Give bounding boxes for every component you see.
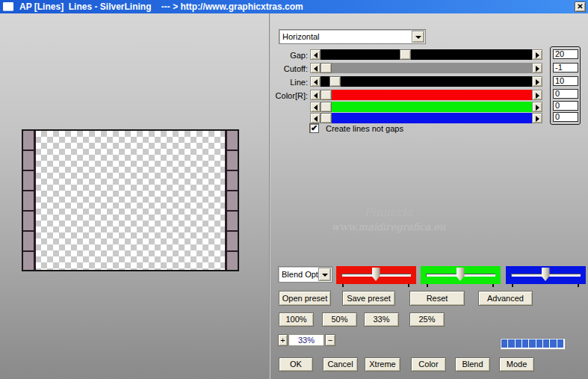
- progress-segment: [522, 339, 528, 348]
- line-slider-thumb[interactable]: [329, 76, 341, 87]
- mode-select-drop-button[interactable]: [412, 31, 424, 43]
- arrow-left-icon: [314, 66, 318, 72]
- slider-label-line: Line:: [272, 77, 308, 87]
- color-button[interactable]: Color: [411, 357, 446, 372]
- arrow-right-icon: [536, 66, 539, 72]
- color-g-increase-button[interactable]: [532, 102, 542, 112]
- color-b-decrease-button[interactable]: [310, 113, 321, 123]
- preview-left-line-bar: [23, 131, 36, 270]
- blend-options-drop-button[interactable]: [318, 268, 331, 281]
- color-b-increase-button[interactable]: [532, 113, 542, 123]
- create-lines-checkbox[interactable]: ✔: [309, 123, 319, 133]
- blue-channel-pointer[interactable]: [542, 268, 550, 281]
- preview-right-line-bar: [225, 131, 238, 270]
- progress-bar: [499, 337, 566, 350]
- mode-select-value: Horizontal: [282, 31, 412, 43]
- gap-value-field[interactable]: 20: [553, 49, 578, 59]
- gap-decrease-button[interactable]: [310, 49, 321, 60]
- arrow-right-icon: [536, 105, 539, 111]
- open-preset-button[interactable]: Open preset: [279, 291, 331, 306]
- close-icon: ✕: [577, 2, 583, 10]
- watermark-name: Pinuccia: [329, 206, 448, 219]
- red-channel-slider[interactable]: [336, 266, 416, 284]
- color-g-value-field[interactable]: 0: [553, 101, 578, 111]
- zoom-33-button[interactable]: 33%: [364, 312, 399, 327]
- line-decrease-button[interactable]: [310, 76, 321, 87]
- progress-segment: [508, 339, 514, 348]
- progress-segment: [557, 339, 563, 348]
- progress-segment: [529, 339, 535, 348]
- tick-mark: [342, 284, 344, 287]
- color-g-slider[interactable]: [321, 102, 532, 112]
- arrow-right-icon: [536, 116, 539, 122]
- create-lines-checkbox-label: Create lines not gaps: [326, 124, 403, 133]
- arrow-right-icon: [536, 93, 539, 99]
- zoom-level-display: 33%: [288, 334, 324, 346]
- slider-label-gap: Gap:: [272, 50, 308, 61]
- tick-mark: [512, 284, 513, 287]
- arrow-right-icon: [536, 79, 539, 85]
- ok-button[interactable]: OK: [279, 357, 313, 372]
- zoom-25-button[interactable]: 25%: [409, 312, 445, 327]
- line-value-field[interactable]: 10: [553, 76, 578, 86]
- mode-select[interactable]: Horizontal: [279, 29, 426, 44]
- panel-divider: [269, 13, 270, 379]
- progress-segment: [536, 339, 542, 348]
- chevron-down-icon: [415, 36, 421, 39]
- cutoff-slider-thumb[interactable]: [321, 63, 332, 73]
- blend-options-select[interactable]: Blend Opti: [278, 266, 332, 283]
- advanced-button[interactable]: Advanced: [478, 291, 533, 306]
- blue-channel-slider[interactable]: [506, 266, 586, 284]
- line-slider[interactable]: [321, 76, 532, 87]
- window-title: AP [Lines] Lines - SilverLining --- > ht…: [19, 1, 303, 12]
- gap-slider-thumb[interactable]: [400, 49, 411, 60]
- blend-options-value: Blend Opti: [282, 268, 318, 282]
- close-button[interactable]: ✕: [575, 1, 586, 12]
- preview-canvas[interactable]: [22, 129, 239, 271]
- tick-mark: [427, 284, 428, 287]
- red-channel-pointer[interactable]: [372, 268, 380, 281]
- color-b-slider-thumb[interactable]: [321, 113, 332, 123]
- cutoff-increase-button[interactable]: [532, 63, 542, 73]
- mode-button[interactable]: Mode: [499, 357, 534, 372]
- color-b-value-field[interactable]: 0: [553, 112, 578, 122]
- cutoff-decrease-button[interactable]: [310, 63, 321, 73]
- plugin-window: AP [Lines] Lines - SilverLining --- > ht…: [0, 0, 588, 379]
- zoom-in-button[interactable]: +: [278, 334, 288, 346]
- slider-label-color-r: Color[R]:: [272, 90, 308, 101]
- line-increase-button[interactable]: [532, 76, 542, 87]
- gap-increase-button[interactable]: [532, 49, 542, 60]
- cancel-button[interactable]: Cancel: [323, 357, 358, 372]
- save-preset-button[interactable]: Save preset: [342, 291, 395, 306]
- color-r-slider[interactable]: [321, 90, 532, 100]
- zoom-100-button[interactable]: 100%: [279, 312, 314, 327]
- arrow-left-icon: [314, 93, 318, 99]
- zoom-out-button[interactable]: −: [325, 334, 335, 346]
- progress-bar-segments: [501, 339, 563, 348]
- gap-slider[interactable]: [321, 49, 532, 60]
- checkmark-icon: ✔: [311, 123, 318, 132]
- green-channel-slider[interactable]: [421, 266, 501, 284]
- blend-button[interactable]: Blend: [455, 357, 490, 372]
- color-g-slider-thumb[interactable]: [321, 102, 332, 112]
- progress-segment: [501, 339, 507, 348]
- progress-segment: [543, 339, 549, 348]
- watermark-website: www.maidiregrafica.eu: [314, 221, 463, 232]
- color-g-decrease-button[interactable]: [310, 102, 321, 112]
- titlebar: AP [Lines] Lines - SilverLining --- > ht…: [0, 0, 588, 13]
- chevron-down-icon: [322, 274, 328, 277]
- color-r-slider-thumb[interactable]: [321, 90, 332, 100]
- xtreme-button[interactable]: Xtreme: [365, 357, 400, 372]
- reset-button[interactable]: Reset: [409, 291, 465, 306]
- cutoff-slider[interactable]: [321, 63, 532, 73]
- cutoff-value-field[interactable]: -1: [553, 63, 578, 73]
- zoom-50-button[interactable]: 50%: [322, 312, 357, 327]
- color-r-decrease-button[interactable]: [310, 90, 321, 100]
- color-b-slider[interactable]: [321, 113, 532, 123]
- arrow-left-icon: [314, 105, 318, 111]
- color-r-value-field[interactable]: 0: [553, 89, 578, 99]
- tick-mark: [578, 284, 579, 287]
- arrow-right-icon: [536, 52, 539, 58]
- green-channel-pointer[interactable]: [457, 268, 465, 281]
- color-r-increase-button[interactable]: [532, 90, 542, 100]
